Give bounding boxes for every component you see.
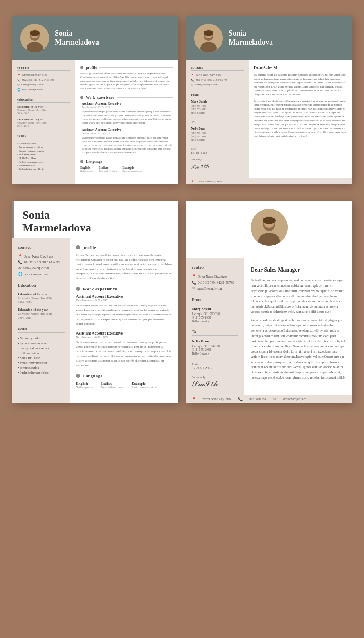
signature: 𝒮𝓂ℐ𝓽𝒽 [191, 163, 209, 171]
large-cover-contact: contact 📍 Street Name City, State 📞 011 … [192, 265, 238, 291]
large-lang-1: English Native speaker [76, 382, 93, 389]
phone-icon: 📞 [191, 79, 195, 82]
sincerely-text: Sincerely [191, 158, 244, 161]
skill: • Ipsum communication [18, 341, 65, 346]
skill: • Self-motivation [18, 351, 65, 356]
skill: • Strong customer service [18, 346, 65, 351]
large-to-label: To [192, 330, 238, 336]
cover-footer: 📍 Street Name City, State [186, 178, 352, 184]
bottom-row: Sonia Marmeladova contact 📍 Street Name … [0, 193, 364, 420]
large-cover-header [186, 201, 352, 254]
large-to-name: Nelly Dean [192, 339, 238, 343]
skill: • Skills Titel Here [18, 356, 65, 361]
large-date-block: Date 12 / 05 / 2025 [192, 362, 238, 370]
contact-section: contact 📍 Street Name City, State 📞 012 … [17, 65, 70, 92]
large-work-section: Work experience Assistant Account Execut… [76, 286, 172, 368]
profile-title: profile [86, 65, 97, 70]
large-cover-avatar [251, 209, 288, 246]
cover-header-name: Sonia Marmeladova [229, 29, 273, 47]
cover-email: ✉ name@example.com [191, 83, 244, 87]
large-profile-text: Peretur Quia cumendae offcim possanimus … [76, 253, 172, 281]
web-icon: 🌐 [17, 88, 21, 92]
from-section: From Mary Smith (311) 555-1000 (311) 555… [191, 93, 244, 115]
large-from-section: From Mary Smith Example: 311-7500000 (31… [192, 297, 238, 323]
section-line [99, 67, 173, 68]
education-title: Education [17, 97, 70, 103]
lang-divider: Language [76, 373, 172, 378]
large-work-title: Work experience [83, 286, 117, 291]
section-dot [80, 96, 83, 99]
large-date-label: Date [192, 362, 238, 366]
large-address: 📍 Street Name City, State [18, 254, 65, 259]
section-line [105, 376, 172, 376]
bottom-resume-card: Sonia Marmeladova contact 📍 Street Name … [12, 201, 178, 403]
large-contact-section: contact 📍 Street Name City, State 📞 011 … [18, 245, 65, 276]
skill: • Numeracy skills [18, 336, 65, 341]
large-to-section: To Nelly Dean Example: 311-5540000 (311)… [192, 330, 238, 355]
location-icon: 📍 [18, 254, 22, 258]
large-lang-section: Language English Native speaker Italian … [76, 373, 172, 389]
footer-address: Street Name City, State [203, 397, 231, 401]
skill: • communication [18, 366, 65, 371]
skill-item: Self-motivation [17, 153, 70, 156]
svg-point-14 [263, 217, 276, 224]
large-cover-contact-title: contact [192, 265, 238, 271]
lang-title: Language [86, 160, 102, 164]
large-email: ✉ name@example.com [18, 266, 65, 270]
large-para-2: Pa siet aute ditam els dicipsut vel lur … [251, 318, 345, 381]
work-divider: Work experience [76, 286, 172, 291]
section-dot [80, 160, 83, 163]
resume-body: contact 📍 Street Name City, State 📞 012 … [12, 60, 178, 184]
footer-email: loremexample.com [283, 397, 306, 401]
large-resume-header: Sonia Marmeladova [12, 201, 178, 238]
footer-address: Street Name City, State [199, 180, 222, 183]
footer-phone: 012 3456 789 [249, 397, 266, 401]
large-from-phone: Example: 311-7500000 [192, 312, 238, 316]
skill-item: Skills Titel Here [17, 156, 70, 160]
lang-header: Language [80, 160, 173, 164]
large-to-phone: Example: 311-5540000 [192, 344, 238, 348]
large-website: 🌐 www.example.com [18, 272, 65, 276]
section-dot [76, 374, 80, 378]
work-title: Work experience [86, 95, 115, 99]
edu-item-2: Education of the year University Name / … [17, 118, 70, 128]
large-signature: 𝒮𝓂ℐ𝓽𝒽 [192, 379, 238, 389]
top-resume-card: Sonia Marmeladova contact 📍 Street Name … [12, 16, 178, 184]
header-name: Sonia Marmeladova [55, 29, 99, 47]
cover-para-1: Ur, tenttures volum que quisamus ma ditu… [254, 73, 347, 97]
contact-address: 📍 Street Name City, State [17, 73, 70, 77]
large-main: profile Peretur Quia cumendae offcim pos… [70, 238, 178, 403]
large-resume-name: Sonia Marmeladova [22, 209, 170, 234]
cover-contact-section: contact 📍 Street Name City, State 📞 011 … [191, 65, 244, 87]
large-para-1: Ur, tenttures volum que quisamus ma ditu… [251, 278, 345, 315]
top-row: Sonia Marmeladova contact 📍 Street Name … [0, 0, 364, 193]
large-edu-1: Education of the year University Name / … [18, 292, 65, 305]
job-item-1: Assistant Account Executive Developement… [80, 102, 173, 125]
cover-main: Dear Sales M Ur, tenttures volum que qui… [249, 60, 352, 178]
from-label: From [191, 93, 244, 98]
resume-main: profile Peretur Quia cumendae offcim pos… [75, 60, 178, 184]
web-icon: 🌐 [18, 272, 22, 276]
footer-location-icon: 📍 [192, 397, 196, 401]
contact-title: contact [17, 65, 70, 71]
large-contact-title: contact [18, 245, 65, 251]
skills-list: Numeracy skills Ipsum communication Stro… [17, 142, 70, 171]
top-cover-card: Sonia Marmeladova contact 📍 Street Name … [186, 16, 352, 184]
skills-title: skills [17, 134, 70, 139]
edu-item-1: Education of the year University Name / … [17, 105, 70, 115]
lang-item-1: English Native speaker [80, 166, 94, 172]
footer-phone-icon: 📞 [238, 397, 243, 401]
skill-item: communication [17, 164, 70, 167]
education-section: Education Education of the year Universi… [17, 97, 70, 128]
phone-icon: 📞 [17, 79, 21, 82]
language-row: English Native speaker Italian Near nati… [80, 166, 173, 172]
large-cover-main: Dear Sales Manager Ur, tenttures volum q… [244, 258, 352, 395]
resume-sidebar: contact 📍 Street Name City, State 📞 012 … [12, 60, 75, 184]
skill-item: Strong customer service [17, 149, 70, 153]
date-value: 12 / 05 / 2025 [191, 151, 244, 155]
large-from-location: Hello Country [192, 319, 238, 323]
large-cover-body: contact 📍 Street Name City, State 📞 011 … [186, 258, 352, 395]
large-to-location: Hello Country [192, 352, 238, 355]
large-edu-2: Education of the year University Name / … [18, 308, 65, 320]
large-education-section: Education Education of the year Universi… [18, 283, 65, 320]
